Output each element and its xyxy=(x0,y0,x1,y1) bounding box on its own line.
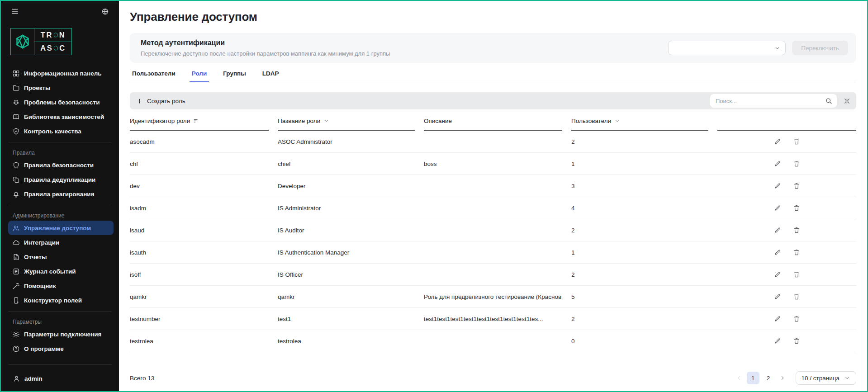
sidebar-item-label: Проблемы безопасности xyxy=(24,99,100,106)
table-row: isauthIS Authentication Manager1 xyxy=(130,241,856,264)
tab-пользователи[interactable]: Пользователи xyxy=(130,70,178,82)
role-name: IS Officer xyxy=(278,271,415,278)
tab-роли[interactable]: Роли xyxy=(190,70,209,82)
sidebar-item[interactable]: Параметры подключения xyxy=(8,327,114,341)
column-header-label: Пользователи xyxy=(571,118,611,124)
bug-icon xyxy=(12,99,20,106)
chevron-right-icon xyxy=(779,375,786,381)
edit-role-button[interactable] xyxy=(773,270,782,279)
table-row: isadmIS Administrator4 xyxy=(130,197,856,219)
sidebar-item-label: Контроль качества xyxy=(24,128,81,135)
sidebar-item[interactable]: Интеграции xyxy=(8,235,114,250)
edit-role-button[interactable] xyxy=(773,292,782,301)
delete-role-button[interactable] xyxy=(792,203,801,213)
menu-icon[interactable] xyxy=(11,7,19,15)
tabs-bar: ПользователиРолиГруппыLDAP xyxy=(130,70,856,82)
edit-role-button[interactable] xyxy=(773,181,782,190)
sidebar-item[interactable]: Отчеты xyxy=(8,250,114,264)
column-header[interactable]: Идентификатор роли xyxy=(130,118,269,131)
page-button-1[interactable]: 1 xyxy=(747,372,759,384)
table-row: isaudIS Auditor2 xyxy=(130,219,856,241)
page-size-select[interactable]: 10 / страница xyxy=(796,371,856,385)
page-button-2[interactable]: 2 xyxy=(762,372,775,384)
search-box xyxy=(710,94,837,108)
hexagon-icon xyxy=(53,32,59,38)
cloud-icon xyxy=(12,239,20,246)
role-users: 2 xyxy=(571,316,708,322)
sidebar-item[interactable]: Журнал событий xyxy=(8,264,114,279)
delete-role-button[interactable] xyxy=(792,248,801,257)
edit-role-button[interactable] xyxy=(773,226,782,235)
chevron-down-icon xyxy=(844,375,850,381)
edit-role-button[interactable] xyxy=(773,159,782,168)
search-input[interactable] xyxy=(716,98,825,104)
row-actions xyxy=(717,336,856,345)
delete-role-button[interactable] xyxy=(792,181,801,190)
tab-ldap[interactable]: LDAP xyxy=(260,70,281,82)
pagination: 1210 / страница xyxy=(734,371,856,385)
table-row: devDeveloper3 xyxy=(130,175,856,197)
edit-role-button[interactable] xyxy=(773,137,782,146)
delete-role-button[interactable] xyxy=(792,226,801,235)
create-role-button[interactable]: Создать роль xyxy=(136,98,185,104)
role-id: testnumber xyxy=(130,316,269,322)
sidebar-item[interactable]: О программе xyxy=(8,341,114,356)
role-id: dev xyxy=(130,183,269,189)
users-icon xyxy=(12,224,20,232)
sidebar-item[interactable]: Правила дедупликации xyxy=(8,172,114,187)
role-id: isoff xyxy=(130,271,269,278)
delete-role-button[interactable] xyxy=(792,336,801,345)
globe-icon[interactable] xyxy=(101,8,109,15)
sidebar-item[interactable]: Проекты xyxy=(8,80,114,95)
auth-method-select[interactable] xyxy=(668,41,786,55)
sidebar-item[interactable]: Проблемы безопасности xyxy=(8,95,114,109)
role-name: IS Auditor xyxy=(278,227,415,234)
column-header[interactable]: Название роли xyxy=(278,118,415,131)
delete-role-button[interactable] xyxy=(792,270,801,279)
delete-role-button[interactable] xyxy=(792,159,801,168)
role-users: 4 xyxy=(571,205,708,212)
user-icon xyxy=(13,375,20,383)
shield-check-icon xyxy=(12,128,20,135)
column-header[interactable]: Описание xyxy=(424,118,562,131)
main-content: Управление доступом Метод аутентификации… xyxy=(119,1,867,391)
delete-role-button[interactable] xyxy=(792,314,801,323)
table-row: isoffIS Officer2 xyxy=(130,264,856,286)
sidebar-item[interactable]: Помощник xyxy=(8,279,114,293)
hexagon-icon xyxy=(53,45,59,51)
edit-role-button[interactable] xyxy=(773,314,782,323)
column-header-label: Название роли xyxy=(278,118,320,124)
sidebar-user-admin[interactable]: admin xyxy=(1,368,119,388)
next-page-button[interactable] xyxy=(778,373,787,383)
gear-icon[interactable] xyxy=(843,97,851,105)
pencil-icon xyxy=(774,315,781,322)
sidebar-item[interactable]: Правила безопасности xyxy=(8,158,114,172)
row-actions xyxy=(717,159,856,168)
sidebar-item[interactable]: Контроль качества xyxy=(8,124,114,138)
previous-page-button[interactable] xyxy=(734,373,744,383)
switch-button[interactable]: Переключить xyxy=(792,41,848,55)
sidebar-item[interactable]: Конструктор полей xyxy=(8,293,114,307)
sidebar-item[interactable]: Информационная панель xyxy=(8,66,114,80)
role-users: 2 xyxy=(571,271,708,278)
auth-method-title: Метод аутентификации xyxy=(141,39,390,47)
sidebar-bottom: admin xyxy=(1,361,119,391)
help-icon xyxy=(12,345,20,353)
sidebar-divider xyxy=(8,364,112,365)
table-row: chfchiefboss1 xyxy=(130,153,856,175)
sidebar-item[interactable]: Управление доступом xyxy=(8,221,114,235)
sidebar-divider xyxy=(8,311,112,312)
tab-группы[interactable]: Группы xyxy=(221,70,248,82)
sidebar-top-bar xyxy=(1,1,119,22)
role-name: ASOC Administrator xyxy=(278,138,415,145)
pencil-icon xyxy=(774,271,781,278)
delete-role-button[interactable] xyxy=(792,292,801,301)
edit-role-button[interactable] xyxy=(773,248,782,257)
delete-role-button[interactable] xyxy=(792,137,801,146)
search-icon[interactable] xyxy=(825,97,832,104)
edit-role-button[interactable] xyxy=(773,336,782,345)
column-header[interactable]: Пользователи xyxy=(571,118,708,131)
edit-role-button[interactable] xyxy=(773,203,782,213)
sidebar-item[interactable]: Библиотека зависимостей xyxy=(8,109,114,124)
sidebar-item[interactable]: Правила реагирования xyxy=(8,187,114,201)
